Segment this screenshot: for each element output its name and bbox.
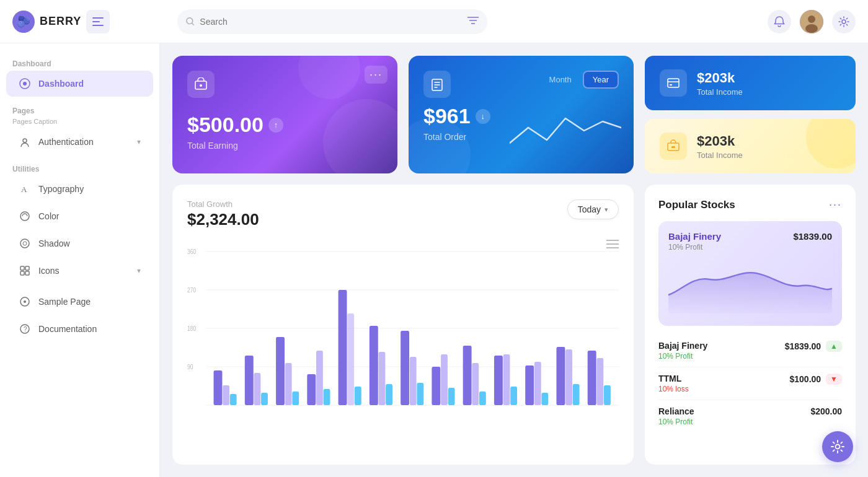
stat-card-blue: $203k Total Income xyxy=(645,56,856,110)
sidebar-section-dashboard: Dashboard xyxy=(0,56,159,69)
sidebar-item-color[interactable]: Color xyxy=(6,203,153,229)
svg-point-17 xyxy=(20,212,29,221)
bottom-row: Total Growth $2,324.00 Today ▾ xyxy=(172,185,856,465)
svg-rect-60 xyxy=(379,352,386,405)
dashboard-icon xyxy=(19,77,31,90)
svg-text:?: ? xyxy=(24,326,27,333)
search-filter-button[interactable] xyxy=(467,16,479,27)
stock-1-price: $100.00 xyxy=(790,374,822,384)
stock-list-item: Reliance 10% Profit $200.00 xyxy=(658,400,842,432)
today-filter-button[interactable]: Today ▾ xyxy=(567,199,619,219)
svg-text:90: 90 xyxy=(187,363,193,370)
color-icon xyxy=(19,210,31,222)
svg-rect-65 xyxy=(432,367,440,405)
sidebar-item-shadow[interactable]: Shadow xyxy=(6,230,153,256)
chart-menu-icon[interactable] xyxy=(606,239,619,252)
avatar[interactable] xyxy=(800,10,823,33)
stock-0-price: $1839.00 xyxy=(785,341,821,351)
svg-point-14 xyxy=(23,82,27,85)
stat-card-yellow: $203k Total Income xyxy=(645,119,856,173)
topbar-settings-button[interactable] xyxy=(832,10,856,33)
stocks-more-button[interactable]: ··· xyxy=(829,198,842,211)
svg-rect-44 xyxy=(214,370,223,405)
svg-rect-3 xyxy=(92,21,100,22)
stocks-header: Popular Stocks ··· xyxy=(658,198,842,211)
tab-year-button[interactable]: Year xyxy=(583,71,619,89)
svg-rect-79 xyxy=(573,384,580,405)
app-name: BERRY xyxy=(40,15,81,28)
sidebar-section-pages: Pages xyxy=(0,103,159,116)
icons-chevron-icon: ▾ xyxy=(137,266,141,275)
stock-0-profit: 10% Profit xyxy=(658,352,707,361)
stat-yellow-label: Total Income xyxy=(697,151,743,160)
svg-rect-46 xyxy=(230,394,237,405)
stock-list-item: TTML 10% loss $100.00 ▼ xyxy=(658,367,842,400)
sidebar-item-documentation[interactable]: ? Documentation xyxy=(6,316,153,342)
svg-rect-68 xyxy=(463,346,472,405)
svg-rect-31 xyxy=(668,79,679,87)
growth-chart-card: Total Growth $2,324.00 Today ▾ xyxy=(172,185,634,465)
svg-rect-67 xyxy=(448,388,455,405)
order-card: Month Year $961 ↓ Total Order xyxy=(409,56,634,173)
featured-stock: Bajaj Finery 10% Profit $1839.00 xyxy=(658,221,842,326)
svg-point-11 xyxy=(805,24,818,33)
search-bar xyxy=(177,9,487,34)
icons-icon xyxy=(19,265,31,277)
svg-rect-48 xyxy=(254,373,260,405)
svg-rect-58 xyxy=(355,387,361,405)
svg-rect-78 xyxy=(565,349,572,405)
stock-0-name: Bajaj Finery xyxy=(658,341,707,351)
shadow-icon xyxy=(19,237,31,250)
tab-month-button[interactable]: Month xyxy=(541,71,580,89)
sidebar-item-icons[interactable]: Icons ▾ xyxy=(6,258,153,284)
stat-blue-icon xyxy=(660,69,687,97)
today-chevron-icon: ▾ xyxy=(604,206,608,214)
order-tab-switch: Month Year xyxy=(541,71,619,89)
featured-stock-top: Bajaj Finery 10% Profit $1839.00 xyxy=(668,231,832,252)
svg-rect-32 xyxy=(670,84,672,85)
growth-title: Total Growth xyxy=(187,199,259,209)
svg-rect-20 xyxy=(20,266,24,270)
svg-rect-22 xyxy=(20,271,24,275)
sidebar-item-authentication[interactable]: Authentication ▾ xyxy=(6,129,153,155)
fab-settings-button[interactable] xyxy=(822,431,853,462)
sidebar-item-icons-label: Icons xyxy=(38,266,130,276)
featured-stock-sparkline xyxy=(668,258,832,316)
svg-rect-77 xyxy=(556,347,565,405)
svg-rect-76 xyxy=(541,393,548,405)
svg-rect-21 xyxy=(25,266,29,270)
notification-button[interactable] xyxy=(768,10,791,33)
stock-2-profit: 10% Profit xyxy=(658,418,694,426)
svg-text:180: 180 xyxy=(187,325,197,332)
svg-rect-64 xyxy=(417,383,423,405)
svg-rect-34 xyxy=(671,146,675,148)
svg-rect-66 xyxy=(441,354,448,405)
stock-2-name: Reliance xyxy=(658,406,694,416)
sidebar-item-sample-page[interactable]: Sample Page xyxy=(6,289,153,315)
svg-rect-62 xyxy=(401,331,409,405)
svg-text:360: 360 xyxy=(187,248,197,255)
stat-yellow-info: $203k Total Income xyxy=(697,133,743,160)
authentication-chevron-icon: ▾ xyxy=(137,138,141,146)
stat-blue-amount: $203k xyxy=(697,70,743,86)
growth-chart-area: 360 270 180 90 xyxy=(187,239,619,421)
svg-text:🫐: 🫐 xyxy=(17,15,31,28)
svg-rect-23 xyxy=(25,271,29,275)
stock-1-right: $100.00 ▼ xyxy=(790,374,843,385)
topbar-right xyxy=(768,10,856,33)
earning-card-more-button[interactable]: ··· xyxy=(365,66,388,84)
stock-2-price: $200.00 xyxy=(810,406,842,416)
stock-2-right: $200.00 xyxy=(810,406,842,416)
sidebar-item-dashboard[interactable]: Dashboard xyxy=(6,71,153,97)
svg-rect-4 xyxy=(92,25,104,26)
svg-rect-2 xyxy=(92,17,104,19)
svg-point-19 xyxy=(23,242,27,245)
hamburger-button[interactable] xyxy=(86,10,110,33)
svg-rect-80 xyxy=(588,351,596,405)
earning-up-icon: ↑ xyxy=(268,118,283,133)
search-input[interactable] xyxy=(200,17,463,27)
svg-text:270: 270 xyxy=(187,286,197,294)
sidebar-item-typography[interactable]: A Typography xyxy=(6,176,153,202)
stat-blue-label: Total Income xyxy=(697,87,743,97)
stat-yellow-icon xyxy=(660,133,687,160)
